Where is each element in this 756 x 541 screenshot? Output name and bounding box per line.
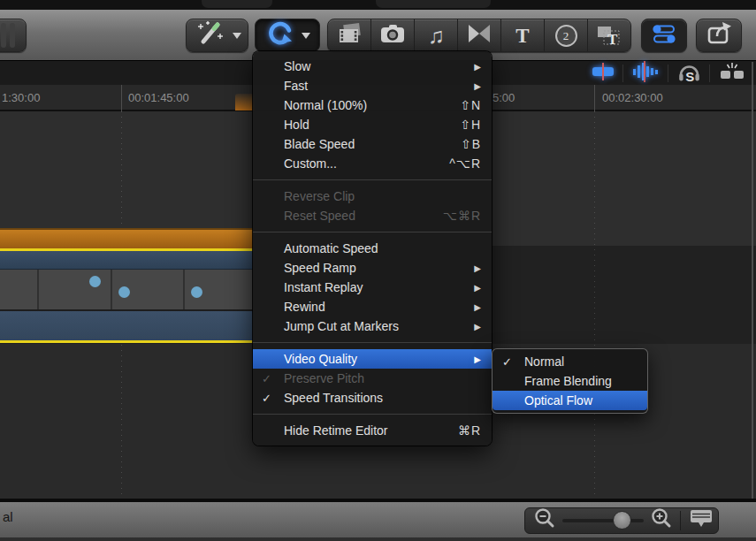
titles-browser-button[interactable]: T: [501, 19, 545, 51]
zoom-slider-thumb[interactable]: [613, 511, 631, 530]
submenu-item-normal[interactable]: ✓ Normal: [493, 352, 647, 371]
submenu-arrow-icon: ▶: [474, 62, 481, 72]
zoom-control-group: [524, 507, 719, 534]
menu-item-instant-replay[interactable]: Instant Replay ▶: [253, 278, 492, 297]
camera-icon: [378, 20, 408, 50]
menu-item-preserve-pitch: ✓ Preserve Pitch: [253, 369, 492, 388]
menu-item-slow[interactable]: Slow ▶: [253, 57, 492, 76]
viewer-bottom-tab: [202, 0, 272, 8]
gridline: [594, 111, 595, 499]
chevron-down-icon: [233, 33, 241, 39]
fcpx-timeline-window: ♫ T 2: [0, 0, 756, 541]
filmstrip-browser-button[interactable]: [328, 19, 371, 51]
svg-text:S: S: [685, 69, 694, 84]
keyframe-dot[interactable]: [191, 286, 202, 298]
menu-separator: [253, 342, 492, 343]
checkmark-icon: ✓: [262, 372, 271, 385]
timeline-history-button[interactable]: [0, 19, 27, 52]
menu-item-blade-speed[interactable]: Blade Speed ⇧B: [253, 134, 492, 154]
sliders-toggle-icon: [647, 19, 681, 51]
clip-audio-strip[interactable]: [0, 311, 253, 340]
frame-divider: [183, 270, 185, 309]
ruler-orange-marker: [235, 94, 255, 110]
media-browser-group: ♫ T 2: [327, 19, 631, 52]
generators-browser-button[interactable]: 2: [545, 19, 588, 51]
footer-truncated-label: al: [3, 509, 13, 524]
clip-appearance-button[interactable]: [687, 507, 715, 535]
shortcut: ⌥⌘R: [443, 209, 481, 223]
submenu-arrow-icon: ▶: [474, 354, 481, 364]
keyframe-dot[interactable]: [118, 286, 130, 298]
clip-selection-border-bottom: [0, 340, 253, 343]
audio-skimming-icon: [629, 60, 661, 87]
solo-icon: S: [674, 60, 704, 88]
keyframe-dot[interactable]: [89, 276, 101, 287]
menu-item-hold[interactable]: Hold ⇧H: [253, 115, 492, 134]
menu-item-rewind[interactable]: Rewind ▶: [253, 297, 492, 316]
retime-button[interactable]: [255, 19, 320, 52]
checkmark-icon: ✓: [502, 355, 512, 369]
snapping-icon: [716, 60, 748, 87]
snapping-toggle[interactable]: [711, 63, 753, 84]
menu-item-fast[interactable]: Fast ▶: [253, 76, 492, 95]
svg-text:T: T: [607, 31, 618, 48]
magic-wand-icon: [193, 19, 226, 51]
checkmark-icon: ✓: [262, 392, 271, 405]
themes-icon: T: [596, 24, 622, 48]
themes-browser-button[interactable]: T: [588, 19, 630, 51]
menu-item-hide-retime-editor[interactable]: Hide Retime Editor ⌘R: [253, 421, 492, 440]
transitions-browser-button[interactable]: [458, 19, 501, 51]
viewer-bottom-tab: [376, 0, 491, 8]
enhancements-button[interactable]: [186, 19, 248, 52]
timecode-label: 5:00: [493, 91, 515, 104]
footer-separator: [680, 511, 681, 530]
shortcut: ⇧B: [461, 137, 481, 151]
inspector-toggle-button[interactable]: [641, 19, 687, 52]
menu-separator: [253, 232, 492, 232]
zoom-in-button[interactable]: [649, 507, 674, 535]
chevron-down-icon: [302, 33, 310, 39]
audio-skimming-toggle[interactable]: [623, 63, 666, 84]
shortcut: ⌘R: [458, 423, 481, 438]
transition-bowtie-icon: [465, 21, 493, 50]
music-browser-button[interactable]: ♫: [415, 19, 458, 51]
retime-icon: [265, 19, 295, 52]
menu-item-video-quality[interactable]: Video Quality ▶: [253, 349, 492, 369]
music-note-icon: ♫: [428, 25, 445, 47]
retime-menu: Slow ▶ Fast ▶ Normal (100%) ⇧N Hold ⇧H B…: [253, 51, 492, 446]
frame-divider: [37, 270, 39, 309]
menu-item-normal-100[interactable]: Normal (100%) ⇧N: [253, 95, 492, 115]
clip-filmstrip[interactable]: [0, 270, 253, 309]
menu-item-speed-ramp[interactable]: Speed Ramp ▶: [253, 258, 492, 278]
frame-divider: [111, 270, 112, 309]
submenu-item-optical-flow[interactable]: Optical Flow: [493, 391, 647, 410]
timecode-label: 00:02:30:00: [602, 91, 663, 104]
photos-browser-button[interactable]: [371, 19, 415, 51]
skimming-icon: [588, 60, 618, 87]
menu-item-custom[interactable]: Custom... ^⌥R: [253, 154, 492, 173]
skimming-toggle[interactable]: [584, 63, 622, 84]
shortcut: ⇧N: [460, 98, 481, 112]
timeline-right-edge: [752, 62, 753, 499]
retime-bar[interactable]: [0, 228, 253, 248]
menu-item-speed-transitions[interactable]: ✓ Speed Transitions: [253, 388, 492, 408]
timecode-label: 00:01:45:00: [128, 91, 189, 104]
clip-video-strip[interactable]: [0, 251, 253, 270]
submenu-arrow-icon: ▶: [474, 322, 481, 331]
filmstrip-icon: [334, 20, 364, 50]
ruler-tick: [121, 85, 122, 111]
ruler-tick: [594, 85, 595, 111]
menu-item-reset-speed: Reset Speed ⌥⌘R: [253, 206, 492, 225]
menu-separator: [253, 414, 492, 415]
share-button[interactable]: [696, 19, 742, 52]
menu-separator: [253, 179, 492, 180]
menu-item-jump-cut-at-markers[interactable]: Jump Cut at Markers ▶: [253, 316, 492, 336]
solo-toggle[interactable]: S: [669, 63, 708, 84]
shortcut: ^⌥R: [449, 156, 481, 171]
zoom-slider-track[interactable]: [562, 519, 644, 522]
timecode-label: 1:30:00: [2, 91, 40, 104]
submenu-item-frame-blending[interactable]: Frame Blending: [493, 371, 647, 391]
titles-icon: T: [515, 26, 529, 46]
zoom-out-button[interactable]: [532, 507, 557, 535]
menu-item-automatic-speed[interactable]: Automatic Speed: [253, 239, 492, 258]
